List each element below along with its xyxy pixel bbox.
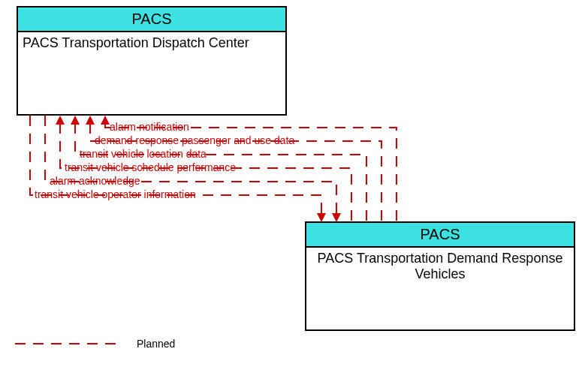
node-response-vehicles-header: PACS [306, 223, 574, 248]
flow-alarm-notification: alarm notification [110, 121, 189, 133]
node-dispatch-center: PACS PACS Transportation Dispatch Center [17, 6, 287, 116]
svg-marker-2 [71, 116, 80, 125]
svg-marker-0 [101, 116, 110, 125]
svg-marker-1 [86, 116, 95, 125]
node-dispatch-center-title: PACS Transportation Dispatch Center [18, 32, 285, 51]
flow-schedule-performance: transit vehicle schedule performance [65, 161, 236, 173]
svg-marker-3 [56, 116, 65, 125]
flow-demand-response-data: demand response passenger and use data [95, 134, 294, 146]
node-dispatch-center-header: PACS [18, 8, 285, 32]
node-response-vehicles-title: PACS Transportation Demand Response Vehi… [306, 248, 574, 282]
flow-operator-info: transit vehicle operator information [35, 188, 196, 200]
legend-planned-label: Planned [137, 338, 175, 350]
flow-alarm-acknowledge: alarm acknowledge [50, 175, 140, 187]
node-response-vehicles: PACS PACS Transportation Demand Response… [305, 221, 575, 331]
flow-vehicle-location: transit vehicle location data [80, 148, 207, 160]
